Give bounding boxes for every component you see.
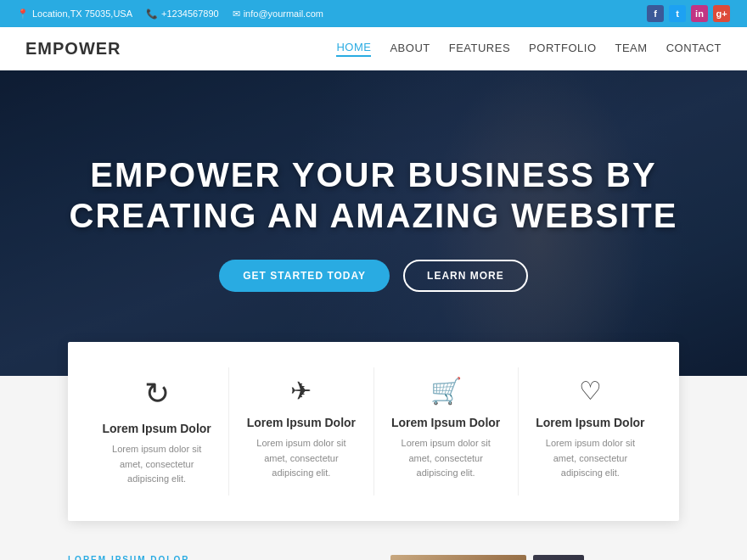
- thumbnail-2: [533, 555, 584, 560]
- logo: EMPOWER: [25, 39, 121, 59]
- hero-content: EMPOWER YOUR BUSINESS BY CREATING AN AMA…: [0, 154, 747, 292]
- learn-more-button[interactable]: LEARN MORE: [403, 260, 528, 292]
- cart-icon: 🛒: [391, 376, 501, 406]
- email-item: ✉ info@yourmail.com: [233, 8, 323, 20]
- twitter-icon[interactable]: t: [669, 5, 686, 22]
- phone-item: 📞 +1234567890: [146, 8, 219, 20]
- email-icon: ✉: [233, 8, 240, 20]
- top-bar: 📍 Location,TX 75035,USA 📞 +1234567890 ✉ …: [0, 0, 747, 27]
- thumbnail-1: [390, 555, 526, 560]
- header: EMPOWER HOME ABOUT FEATURES PORTFOLIO TE…: [0, 27, 747, 70]
- email-text: info@yourmail.com: [244, 8, 323, 19]
- nav-contact[interactable]: CONTACT: [666, 42, 722, 56]
- feature-text-4: Lorem ipsum dolor sit amet, consectetur …: [536, 436, 645, 481]
- nav-features[interactable]: FEATURES: [449, 42, 510, 56]
- get-started-button[interactable]: GET STARTED TODAY: [219, 260, 390, 292]
- top-bar-contact: 📍 Location,TX 75035,USA 📞 +1234567890 ✉ …: [17, 8, 323, 20]
- googleplus-icon[interactable]: g+: [713, 5, 730, 22]
- facebook-icon[interactable]: f: [647, 5, 664, 22]
- feature-title-1: Lorem Ipsum Dolor: [102, 422, 211, 435]
- refresh-icon: ↻: [102, 376, 211, 412]
- phone-icon: 📞: [146, 8, 158, 20]
- feature-card-1: ↻ Lorem Ipsum Dolor Lorem ipsum dolor si…: [85, 367, 229, 496]
- nav-home[interactable]: HOME: [336, 41, 371, 57]
- nav-portfolio[interactable]: PORTFOLIO: [529, 42, 596, 56]
- feature-title-4: Lorem Ipsum Dolor: [536, 416, 645, 429]
- bottom-left: LOREM IPSUM DOLOR LOREM IPSUM DOLOR: [68, 555, 357, 560]
- feature-text-1: Lorem ipsum dolor sit amet, consectetur …: [102, 442, 211, 487]
- main-nav: HOME ABOUT FEATURES PORTFOLIO TEAM CONTA…: [336, 41, 722, 57]
- hero-section: EMPOWER YOUR BUSINESS BY CREATING AN AMA…: [0, 70, 747, 376]
- location-text: Location,TX 75035,USA: [32, 8, 132, 19]
- nav-team[interactable]: TEAM: [615, 42, 648, 56]
- hero-buttons: GET STARTED TODAY LEARN MORE: [34, 260, 713, 292]
- section-label: LOREM IPSUM DOLOR: [68, 555, 357, 560]
- social-links: f t in g+: [647, 5, 730, 22]
- feature-card-3: 🛒 Lorem Ipsum Dolor Lorem ipsum dolor si…: [374, 367, 519, 496]
- feature-card-4: ♡ Lorem Ipsum Dolor Lorem ipsum dolor si…: [519, 367, 662, 496]
- instagram-icon[interactable]: in: [691, 5, 708, 22]
- feature-text-3: Lorem ipsum dolor sit amet, consectetur …: [391, 436, 501, 481]
- phone-text: +1234567890: [161, 8, 219, 19]
- feature-text-2: Lorem ipsum dolor sit amet, consectetur …: [246, 436, 356, 481]
- location-item: 📍 Location,TX 75035,USA: [17, 8, 132, 20]
- heart-icon: ♡: [536, 376, 645, 406]
- bottom-section: LOREM IPSUM DOLOR LOREM IPSUM DOLOR: [0, 521, 747, 560]
- feature-title-3: Lorem Ipsum Dolor: [391, 416, 501, 429]
- bottom-right: [390, 555, 679, 560]
- feature-card-2: ✈ Lorem Ipsum Dolor Lorem ipsum dolor si…: [229, 367, 374, 496]
- send-icon: ✈: [246, 376, 356, 406]
- hero-title: EMPOWER YOUR BUSINESS BY CREATING AN AMA…: [34, 154, 713, 236]
- features-bar: ↻ Lorem Ipsum Dolor Lorem ipsum dolor si…: [68, 342, 679, 521]
- feature-title-2: Lorem Ipsum Dolor: [246, 416, 356, 429]
- nav-about[interactable]: ABOUT: [390, 42, 430, 56]
- location-icon: 📍: [17, 8, 29, 20]
